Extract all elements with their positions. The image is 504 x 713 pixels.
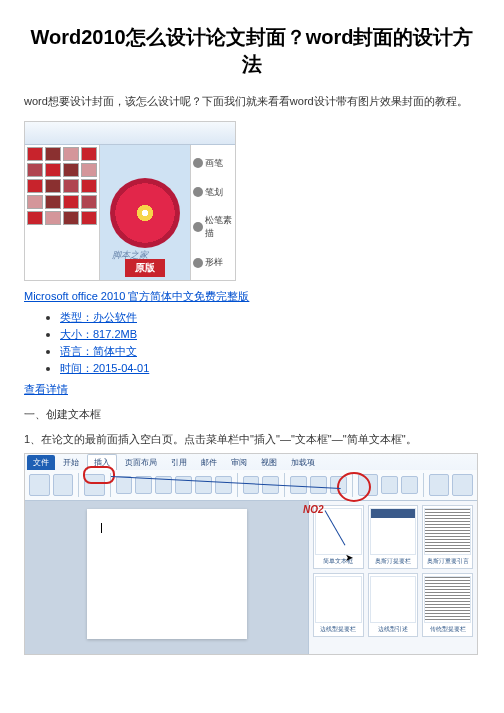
- effect-dot-icon: [193, 258, 203, 268]
- effect-dot-icon: [193, 222, 203, 232]
- texture-swatch: [45, 147, 61, 161]
- meta-size-link[interactable]: 大小：817.2MB: [60, 328, 137, 340]
- page-title: Word2010怎么设计论文封面？word封面的设计方法: [24, 24, 480, 78]
- symbol-icon[interactable]: [452, 474, 473, 496]
- footer-icon[interactable]: [310, 476, 327, 494]
- cursor-icon: ➤: [345, 552, 353, 563]
- texture-swatch: [45, 179, 61, 193]
- meta-lang: 语言：简体中文: [60, 344, 480, 359]
- texture-swatch: [63, 163, 79, 177]
- texture-swatch: [81, 195, 97, 209]
- detail-link[interactable]: 查看详情: [24, 383, 68, 395]
- meta-type: 类型：办公软件: [60, 310, 480, 325]
- section-heading-1: 一、创建文本框: [24, 407, 480, 422]
- texture-swatch: [27, 163, 43, 177]
- effect-label: 松笔素描: [205, 214, 233, 240]
- effect-label: 形样: [205, 256, 223, 269]
- screenshot-2: 文件 开始 插入 页面布局 引用 邮件 审阅 视图 加载项: [24, 453, 478, 655]
- tab-review[interactable]: 审阅: [225, 455, 253, 470]
- effect-dot-icon: [193, 187, 203, 197]
- texture-swatch: [81, 211, 97, 225]
- texture-swatch: [27, 195, 43, 209]
- textbox-option-border-quote[interactable]: 边线型引述: [368, 573, 419, 637]
- texture-swatch: [45, 211, 61, 225]
- tab-view[interactable]: 视图: [255, 455, 283, 470]
- annotation-no2-label: NO2: [303, 504, 324, 515]
- meta-type-link[interactable]: 类型：办公软件: [60, 311, 137, 323]
- effect-labels: 画笔 笔划 松笔素描 形样: [190, 145, 235, 281]
- texture-swatch: [63, 179, 79, 193]
- document-area: [25, 501, 308, 655]
- meta-time: 时间：2015-04-01: [60, 361, 480, 376]
- picture-icon[interactable]: [116, 476, 133, 494]
- flower-preview: 原版: [100, 145, 190, 281]
- texture-swatch: [45, 195, 61, 209]
- texture-swatch: [81, 163, 97, 177]
- text-cursor: [101, 523, 102, 533]
- chart-icon[interactable]: [195, 476, 212, 494]
- cover-page-icon[interactable]: [29, 474, 50, 496]
- ribbon-tab: [29, 129, 31, 138]
- word-ribbon-1: [25, 122, 235, 145]
- equation-icon[interactable]: [429, 474, 450, 496]
- wordart-icon[interactable]: [401, 476, 418, 494]
- textbox-option-austin-quote[interactable]: 奥斯汀重要引言: [422, 505, 473, 569]
- texture-swatch-panel: [25, 145, 100, 281]
- flower-image: [110, 178, 180, 248]
- effect-label: 笔划: [205, 186, 223, 199]
- meta-size: 大小：817.2MB: [60, 327, 480, 342]
- download-link[interactable]: Microsoft office 2010 官方简体中文免费完整版: [24, 290, 249, 302]
- screenshot-1: 原版 画笔 笔划 松笔素描 形样 脚本之家: [24, 121, 236, 281]
- meta-lang-link[interactable]: 语言：简体中文: [60, 345, 137, 357]
- effect-dot-icon: [193, 158, 203, 168]
- document-page: [87, 509, 247, 639]
- texture-swatch: [63, 147, 79, 161]
- screenshot-icon[interactable]: [215, 476, 232, 494]
- texture-swatch: [27, 179, 43, 193]
- tab-file[interactable]: 文件: [27, 455, 55, 470]
- software-meta-list: 类型：办公软件 大小：817.2MB 语言：简体中文 时间：2015-04-01: [24, 310, 480, 376]
- texture-swatch: [45, 163, 61, 177]
- intro-text: word想要设计封面，该怎么设计呢？下面我们就来看看word设计带有图片效果封面…: [24, 94, 480, 109]
- texture-swatch: [27, 211, 43, 225]
- tab-references[interactable]: 引用: [165, 455, 193, 470]
- hyperlink-icon[interactable]: [243, 476, 260, 494]
- tab-addins[interactable]: 加载项: [285, 455, 321, 470]
- meta-time-link[interactable]: 时间：2015-04-01: [60, 362, 149, 374]
- texture-swatch: [81, 147, 97, 161]
- tab-home[interactable]: 开始: [57, 455, 85, 470]
- blank-page-icon[interactable]: [53, 474, 74, 496]
- textbox-option-border-sidebar[interactable]: 边线型提要栏: [313, 573, 364, 637]
- effect-label: 画笔: [205, 157, 223, 170]
- textbox-option-austin-sidebar[interactable]: 奥斯汀提要栏: [368, 505, 419, 569]
- textbox-option-traditional[interactable]: 传统型提要栏: [422, 573, 473, 637]
- quickparts-icon[interactable]: [381, 476, 398, 494]
- tab-mail[interactable]: 邮件: [195, 455, 223, 470]
- annotation-circle-textbox: [337, 472, 371, 502]
- step-1-text: 1、在论文的最前面插入空白页。点击菜单栏中"插入"—"文本框"—"简单文本框"。: [24, 432, 480, 447]
- origin-label: 原版: [125, 259, 165, 277]
- tab-layout[interactable]: 页面布局: [119, 455, 163, 470]
- texture-swatch: [27, 147, 43, 161]
- texture-swatch: [81, 179, 97, 193]
- texture-swatch: [63, 195, 79, 209]
- texture-swatch: [63, 211, 79, 225]
